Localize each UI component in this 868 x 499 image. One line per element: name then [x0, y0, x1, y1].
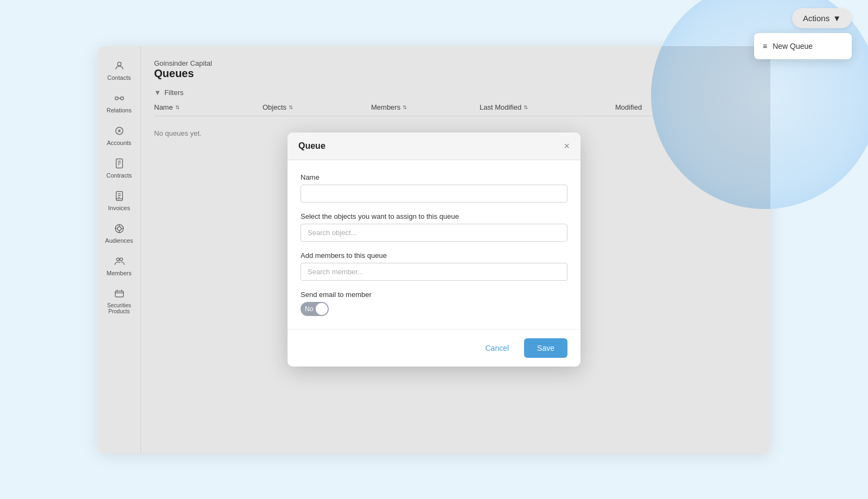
members-search-input[interactable] [301, 263, 567, 281]
main-container: Actions ▼ ≡ New Queue Contacts [98, 46, 770, 453]
modal-header: Queue × [288, 132, 580, 160]
queue-modal: Queue × Name Select the objects you want… [288, 132, 580, 367]
new-queue-icon: ≡ [763, 42, 767, 50]
modal-footer: Cancel Save [288, 329, 580, 367]
email-toggle-group: Send email to member No [301, 290, 567, 316]
modal-overlay: Queue × Name Select the objects you want… [98, 46, 770, 453]
modal-body: Name Select the objects you want to assi… [288, 160, 580, 329]
actions-button[interactable]: Actions ▼ [792, 8, 852, 28]
objects-field-group: Select the objects you want to assign to… [301, 212, 567, 242]
modal-title: Queue [298, 141, 326, 151]
actions-area: Actions ▼ ≡ New Queue [792, 8, 852, 28]
send-email-toggle[interactable]: No [301, 302, 329, 316]
dropdown-arrow-icon: ▼ [833, 14, 841, 23]
actions-dropdown: ≡ New Queue [754, 33, 852, 59]
actions-label: Actions [803, 14, 829, 23]
save-button[interactable]: Save [524, 338, 567, 358]
members-label: Add members to this queue [301, 251, 567, 260]
cancel-button[interactable]: Cancel [476, 339, 518, 357]
email-label: Send email to member [301, 290, 567, 299]
name-field-group: Name [301, 173, 567, 203]
objects-label: Select the objects you want to assign to… [301, 212, 567, 220]
toggle-knob [316, 303, 328, 315]
name-input[interactable] [301, 185, 567, 203]
new-queue-item[interactable]: ≡ New Queue [754, 36, 852, 56]
members-field-group: Add members to this queue [301, 251, 567, 281]
objects-search-input[interactable] [301, 224, 567, 242]
toggle-state-label: No [305, 305, 313, 313]
modal-close-button[interactable]: × [564, 141, 570, 151]
main-content: Goinsinder Capital Queues ▼ Filters Name… [141, 46, 770, 453]
new-queue-label: New Queue [773, 42, 813, 50]
toggle-wrapper: No [301, 302, 567, 316]
name-label: Name [301, 173, 567, 181]
